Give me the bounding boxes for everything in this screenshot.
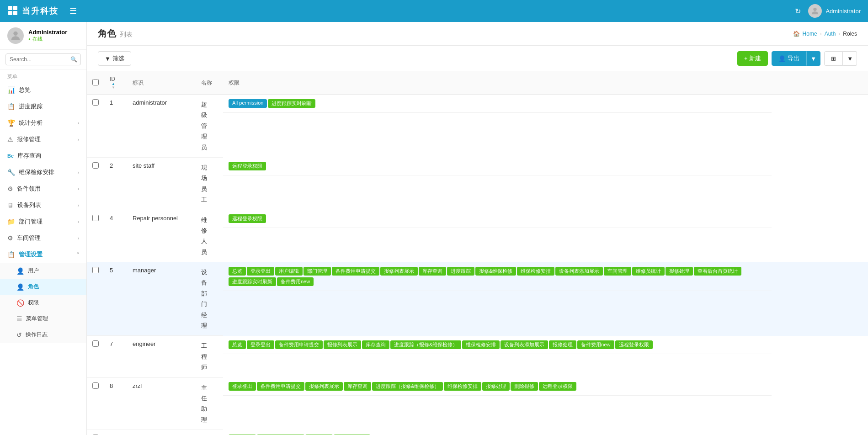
permission-tag: 登录登出 xyxy=(229,382,256,391)
top-navbar: 当升科技 ☰ ↻ Administrator xyxy=(0,0,868,22)
search-icon: 🔍 xyxy=(70,56,77,63)
permission-tag: 用户编辑 xyxy=(275,267,303,276)
row-name: 设 备 部 门 经 理 xyxy=(196,262,223,336)
avatar xyxy=(808,4,822,18)
row-name: 仓 库 xyxy=(196,430,223,435)
sidebar-item-maintenance[interactable]: 🔧 维保检修安排 › xyxy=(0,164,86,180)
parts-icon: ⚙ xyxy=(7,185,13,192)
row-checkbox[interactable] xyxy=(92,267,99,273)
header-checkbox-cell xyxy=(87,71,104,95)
permission-tag: 报修列表展示 xyxy=(305,382,343,391)
sidebar-item-label: 车间管理 xyxy=(17,234,41,242)
table-row: 4Repair personnel维 修 人 员远程登录权限 xyxy=(87,210,868,262)
permission-tag: 报修列表展示 xyxy=(380,267,418,276)
sidebar-item-repair[interactable]: ⚠ 报修管理 › xyxy=(0,131,86,148)
breadcrumb: 🏠 Home › Auth › Roles xyxy=(793,31,857,37)
select-all-checkbox[interactable] xyxy=(92,79,99,85)
permission-tag: 维保检修安排 xyxy=(444,382,481,391)
row-checkbox-cell xyxy=(87,157,104,210)
sidebar-item-dashboard[interactable]: 📊 总览 xyxy=(0,82,86,98)
row-identifier: manager xyxy=(127,262,196,336)
row-checkbox[interactable] xyxy=(92,340,99,347)
sidebar-item-equipment[interactable]: 🖥 设备列表 › xyxy=(0,197,86,213)
table-row: 9warehouse仓 库登录登出备件费用申请提交库存查询备件费用new xyxy=(87,430,868,435)
sidebar-item-permissions[interactable]: 🚫 权限 xyxy=(0,295,86,311)
toolbar: ▼ 筛选 + 新建 👤 导出 ▼ ⊞ ▼ xyxy=(87,46,868,71)
row-permissions: 总览登录登出备件费用申请提交报修列表展示库存查询进度跟踪（报修&维保检修）维保检… xyxy=(223,336,772,354)
sidebar-item-progress[interactable]: 📋 进度跟踪 xyxy=(0,98,86,115)
breadcrumb-home[interactable]: Home xyxy=(803,31,817,37)
page-sub-title: 列表 xyxy=(120,31,133,39)
sidebar-item-label: 维保检修安排 xyxy=(19,168,54,176)
sidebar-item-label: 总览 xyxy=(19,86,31,94)
sidebar-item-label: 管理设置 xyxy=(19,250,43,259)
sidebar-item-label: 统计分析 xyxy=(19,119,43,127)
user-menu[interactable]: Administrator xyxy=(808,4,861,18)
permission-tag: 报修处理 xyxy=(666,267,693,276)
row-permissions: 远程登录权限 xyxy=(223,210,772,228)
sidebar-item-workshop[interactable]: ⚙ 车间管理 › xyxy=(0,230,86,246)
sidebar-item-roles[interactable]: 👤 角色 xyxy=(0,279,86,295)
columns-button[interactable]: ⊞ xyxy=(824,51,843,66)
search-input[interactable] xyxy=(5,53,81,65)
export-button-group: 👤 导出 ▼ xyxy=(772,51,820,66)
table: ID ▲▼ 标识 名称 权限 1administrator超 级 管 理 员Al… xyxy=(87,71,868,435)
row-checkbox[interactable] xyxy=(92,162,99,169)
columns-dropdown-button[interactable]: ▼ xyxy=(843,51,857,66)
table-row: 8zrzl主 任 助 理登录登出备件费用申请提交报修列表展示库存查询进度跟踪（报… xyxy=(87,377,868,430)
permission-tag: 部门管理 xyxy=(304,267,331,276)
breadcrumb-auth[interactable]: Auth xyxy=(825,31,836,37)
sidebar-item-label: 进度跟踪 xyxy=(19,102,43,111)
chevron-right-icon: › xyxy=(78,137,79,142)
permission-tag: 设备列表添加展示 xyxy=(555,267,603,276)
sidebar-item-users[interactable]: 👤 用户 xyxy=(0,263,86,279)
row-identifier: engineer xyxy=(127,336,196,377)
row-checkbox[interactable] xyxy=(92,99,99,106)
hamburger-icon[interactable]: ☰ xyxy=(69,6,77,16)
sidebar-item-stats[interactable]: 🏆 统计分析 › xyxy=(0,115,86,131)
menus-icon: ☰ xyxy=(16,315,22,323)
sidebar-item-label: 权限 xyxy=(28,299,39,307)
permission-tag: 报修列表展示 xyxy=(324,340,361,349)
id-sort-icon[interactable]: ▲▼ xyxy=(112,82,115,90)
dashboard-icon: 📊 xyxy=(7,86,15,94)
permission-tag: 进度跟踪实时刷新 xyxy=(268,99,315,108)
export-button[interactable]: 👤 导出 xyxy=(772,51,806,66)
new-button[interactable]: + 新建 xyxy=(737,51,768,66)
permission-tag: 维修员统计 xyxy=(632,267,665,276)
sidebar-item-inventory[interactable]: Be 库存查询 xyxy=(0,148,86,164)
table-row: 7engineer工 程 师总览登录登出备件费用申请提交报修列表展示库存查询进度… xyxy=(87,336,868,377)
permission-tag: 备件费用申请提交 xyxy=(257,382,304,391)
permission-tag: 报修处理 xyxy=(482,382,510,391)
row-id: 9 xyxy=(104,430,127,435)
permission-tag: 远程登录权限 xyxy=(539,382,576,391)
row-checkbox[interactable] xyxy=(92,215,99,221)
sidebar-item-admin[interactable]: 📋 管理设置 ˅ xyxy=(0,246,86,263)
sidebar-search-area: 🔍 xyxy=(0,50,86,69)
export-dropdown-button[interactable]: ▼ xyxy=(806,51,820,66)
sidebar-item-label: 报修管理 xyxy=(17,135,41,143)
sidebar-item-parts[interactable]: ⚙ 备件领用 › xyxy=(0,180,86,197)
permission-tag: 总览 xyxy=(229,267,246,276)
sidebar-avatar xyxy=(7,27,24,44)
row-identifier: administrator xyxy=(127,95,196,158)
permission-tag: 库存查询 xyxy=(362,340,389,349)
row-checkbox-cell xyxy=(87,430,104,435)
row-checkbox-cell xyxy=(87,210,104,262)
header-permissions: 权限 xyxy=(223,71,868,95)
sidebar-item-dept[interactable]: 📁 部门管理 › xyxy=(0,213,86,230)
progress-icon: 📋 xyxy=(7,103,15,110)
equipment-icon: 🖥 xyxy=(7,202,14,209)
row-permissions: 总览登录登出用户编辑部门管理备件费用申请提交报修列表展示库存查询进度跟踪报修&维… xyxy=(223,262,772,291)
sidebar-item-logs[interactable]: ↺ 操作日志 xyxy=(0,327,86,343)
row-id: 7 xyxy=(104,336,127,377)
chevron-right-icon: › xyxy=(78,186,79,191)
permission-tag: 总览 xyxy=(229,340,246,349)
sidebar-item-label: 菜单管理 xyxy=(26,315,48,323)
permission-tag: 删除报修 xyxy=(511,382,538,391)
sidebar-item-menus[interactable]: ☰ 菜单管理 xyxy=(0,311,86,327)
row-id: 4 xyxy=(104,210,127,262)
row-checkbox[interactable] xyxy=(92,382,99,389)
refresh-icon[interactable]: ↻ xyxy=(795,7,801,16)
filter-button[interactable]: ▼ 筛选 xyxy=(98,51,131,66)
